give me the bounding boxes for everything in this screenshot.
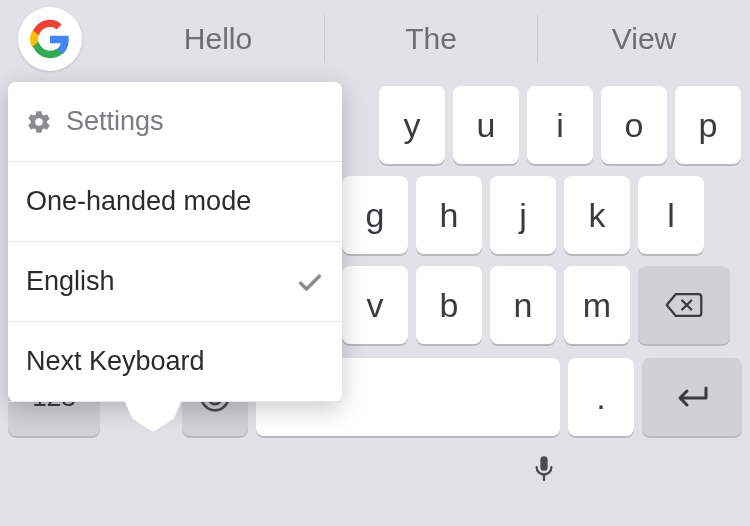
svg-rect-3 (540, 456, 547, 471)
key-l[interactable]: l (638, 176, 704, 254)
key-y[interactable]: y (379, 86, 445, 164)
return-key[interactable] (642, 358, 742, 436)
menu-item-settings[interactable]: Settings (8, 82, 342, 162)
menu-item-language[interactable]: English (8, 242, 342, 322)
google-icon (30, 19, 70, 59)
key-j[interactable]: j (490, 176, 556, 254)
key-m[interactable]: m (564, 266, 630, 344)
key-p[interactable]: p (675, 86, 741, 164)
key-v[interactable]: v (342, 266, 408, 344)
mic-icon (533, 454, 555, 484)
menu-label-one-handed: One-handed mode (26, 186, 251, 217)
key-g[interactable]: g (342, 176, 408, 254)
key-i[interactable]: i (527, 86, 593, 164)
gboard-keyboard: Hello The View q w e r t y u i o p a s d… (0, 0, 750, 526)
mic-button[interactable] (533, 454, 555, 484)
menu-label-language: English (26, 266, 115, 297)
suggestion-2[interactable]: View (538, 22, 750, 56)
menu-item-one-handed[interactable]: One-handed mode (8, 162, 342, 242)
gear-icon (26, 109, 52, 135)
key-k[interactable]: k (564, 176, 630, 254)
top-bar: Hello The View (0, 0, 750, 78)
backspace-icon (664, 290, 704, 320)
google-button[interactable] (18, 7, 82, 71)
key-b[interactable]: b (416, 266, 482, 344)
period-key[interactable]: . (568, 358, 634, 436)
suggestion-1[interactable]: The (325, 22, 537, 56)
keyboard-options-popup: Settings One-handed mode English Next Ke… (8, 82, 342, 402)
suggestion-0[interactable]: Hello (112, 22, 324, 56)
key-o[interactable]: o (601, 86, 667, 164)
menu-label-settings: Settings (66, 106, 164, 137)
backspace-key[interactable] (638, 266, 730, 344)
suggestion-bar: Hello The View (112, 9, 750, 69)
key-n[interactable]: n (490, 266, 556, 344)
key-u[interactable]: u (453, 86, 519, 164)
check-icon (296, 268, 324, 296)
return-icon (672, 383, 712, 411)
menu-label-next-keyboard: Next Keyboard (26, 346, 205, 377)
key-h[interactable]: h (416, 176, 482, 254)
